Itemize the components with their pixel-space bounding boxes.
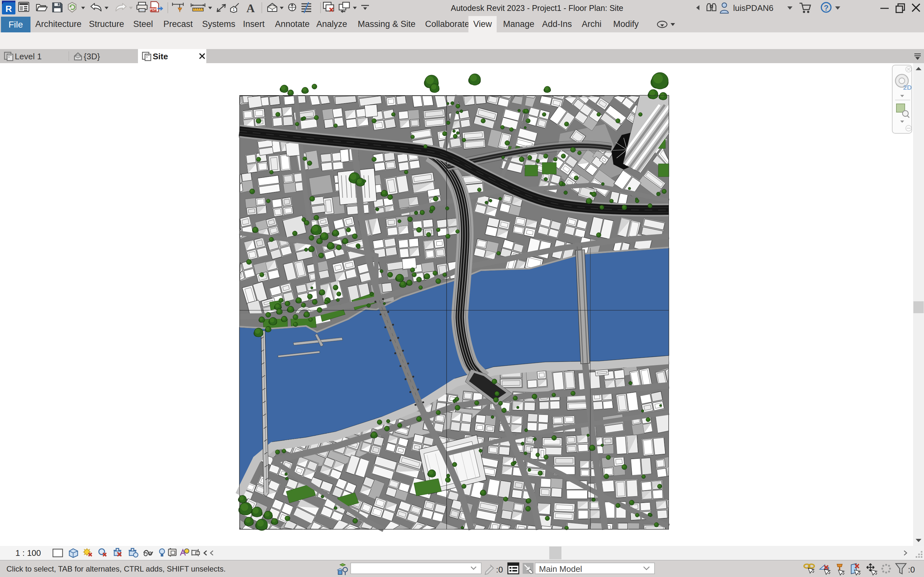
svg-text:R: R [5, 4, 12, 14]
svg-text:PDF: PDF [150, 8, 157, 11]
svg-text:?: ? [824, 3, 829, 12]
svg-text::0: :0 [908, 565, 915, 574]
svg-text:1 : 100: 1 : 100 [15, 548, 41, 558]
svg-text:luisPDAN6: luisPDAN6 [733, 3, 774, 13]
svg-text:A: A [246, 2, 255, 15]
svg-text::0: :0 [496, 565, 503, 574]
svg-text:1: 1 [232, 7, 235, 12]
svg-text:Main Model: Main Model [539, 564, 582, 574]
svg-text:2D: 2D [903, 84, 912, 91]
